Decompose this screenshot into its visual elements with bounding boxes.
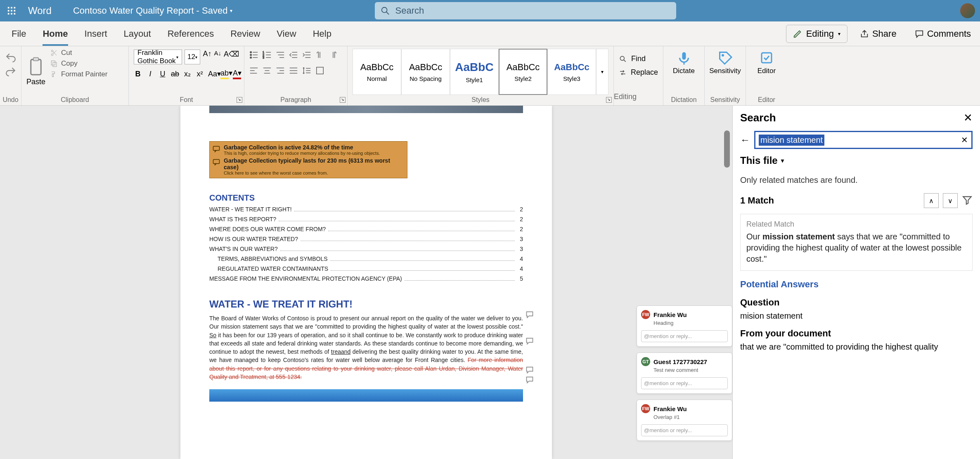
subscript-button[interactable]: x₂ [183,69,192,78]
toc-row[interactable]: WHAT IS THIS REPORT?2 [209,216,523,222]
editing-mode-button[interactable]: Editing ▾ [786,25,847,43]
comment-reply-input[interactable]: @mention or reply... [641,424,728,436]
clear-format-button[interactable]: A⌫ [224,50,239,64]
grow-font-button[interactable]: A↑ [203,50,211,64]
back-button[interactable]: ← [740,134,750,146]
font-dialog-launcher[interactable]: ↘ [237,97,242,103]
comment-text: Heading [653,320,728,326]
share-label: Share [872,28,897,39]
prev-match-button[interactable]: ∧ [924,193,939,208]
justify-button[interactable] [289,66,298,75]
underline-button[interactable]: U [159,70,167,78]
dictate-button[interactable]: Dictate Dictation [663,46,705,105]
font-size-select[interactable]: 12▾ [185,50,200,64]
outdent-button[interactable] [289,50,298,59]
ltr-button[interactable] [315,50,324,59]
tab-review[interactable]: Review [222,21,268,46]
font-name-select[interactable]: Franklin Gothic Book▾ [134,50,182,64]
cut-button[interactable]: Cut [50,49,107,57]
toc-label: MESSAGE FROM THE ENVIRONMENTAL PROTECTIO… [209,275,402,282]
search-input-value: mision statement [759,135,824,146]
global-search-box[interactable]: Search [375,2,676,19]
comment-card[interactable]: FWFrankie WuHeading@mention or reply... [637,305,732,347]
clear-input-button[interactable]: ✕ [961,135,968,145]
highlight-button[interactable]: ab▾ [220,69,229,79]
font-color-button[interactable]: A▾ [233,69,241,79]
tab-references[interactable]: References [159,21,223,46]
comment-author: Frankie Wu [653,311,687,318]
redo-icon[interactable] [5,66,16,77]
find-button[interactable]: Find [619,52,658,66]
format-painter-button[interactable]: Format Painter [50,70,107,78]
paragraph-dialog-launcher[interactable]: ↘ [340,97,346,103]
document-title[interactable]: Contoso Water Quality Report - Saved ▾ [73,5,232,16]
undo-icon[interactable] [5,52,16,63]
close-button[interactable]: ✕ [963,111,973,124]
bullets-button[interactable] [249,50,258,59]
share-button[interactable]: Share [854,25,902,43]
superscript-button[interactable]: x² [196,70,204,78]
app-launcher-button[interactable] [5,4,18,17]
align-center-button[interactable] [263,66,272,75]
italic-button[interactable]: I [146,70,154,78]
align-left-button[interactable] [249,66,258,75]
tab-insert[interactable]: Insert [76,21,116,46]
comment-reply-input[interactable]: @mention or reply... [641,330,728,342]
filter-button[interactable] [962,194,973,207]
multilevel-button[interactable] [276,50,285,59]
toc-row[interactable]: WATER - WE TREAT IT RIGHT!2 [209,206,523,213]
change-case-button[interactable]: Aa▾ [208,69,216,78]
search-scope-dropdown[interactable]: This file ▾ [740,155,973,166]
bold-button[interactable]: B [134,70,142,78]
toc-row[interactable]: WHAT'S IN OUR WATER?3 [209,246,523,252]
comment-card[interactable]: GTGuest 1727730227Test new comment@menti… [637,353,732,394]
tab-file[interactable]: File [3,21,34,46]
comment-marker[interactable] [526,310,534,320]
toc-row[interactable]: MESSAGE FROM THE ENVIRONMENTAL PROTECTIO… [209,275,523,282]
tab-home[interactable]: Home [34,21,76,46]
comments-button[interactable]: Comments [909,25,977,43]
next-match-button[interactable]: ∨ [943,193,958,208]
comment-marker[interactable] [526,376,534,386]
scrollbar-thumb[interactable] [724,130,730,168]
gc-row2-sub: Click here to see where the worst case c… [224,170,405,175]
tab-view[interactable]: View [268,21,304,46]
svg-rect-1 [11,7,12,9]
search-result-item[interactable]: Related Match Our mission statement says… [740,214,973,271]
numbering-button[interactable]: 123 [263,50,272,59]
comment-marker[interactable] [526,366,534,376]
style-normal[interactable]: AaBbCcNormal [353,49,401,95]
toc-row[interactable]: HOW IS OUR WATER TREATED?3 [209,236,523,242]
sensitivity-button[interactable]: Sensitivity Sensitivity [705,46,746,105]
user-avatar[interactable] [960,3,975,18]
editor-button[interactable]: Editor Editor [746,46,787,105]
tab-layout[interactable]: Layout [116,21,159,46]
copy-button[interactable]: Copy [50,59,107,68]
style-style3[interactable]: AaBbCcStyle3 [547,49,596,95]
toc-row[interactable]: WHERE DOES OUR WATER COME FROM?2 [209,226,523,232]
comment-marker[interactable] [526,337,534,347]
shrink-font-button[interactable]: A↓ [214,50,221,64]
style-style2[interactable]: AaBbCcStyle2 [499,49,547,95]
comment-reply-input[interactable]: @mention or reply... [641,377,728,389]
comment-card[interactable]: FWFrankie WuOverlap #1@mention or reply.… [637,400,732,441]
style-no-spacing[interactable]: AaBbCcNo Spacing [401,49,450,95]
indent-button[interactable] [302,50,311,59]
styles-gallery-more[interactable]: ▾ [596,49,608,95]
tab-help[interactable]: Help [305,21,340,46]
rtl-button[interactable] [329,50,338,59]
strike-button[interactable]: ab [171,70,179,78]
toc-row[interactable]: TERMS, ABBREVIATIONS and SYMBOLS4 [209,256,523,262]
toc-page: 4 [517,265,523,272]
line-spacing-button[interactable] [302,66,311,75]
styles-dialog-launcher[interactable]: ↘ [606,97,612,103]
document-canvas[interactable]: Garbage Collection is active 24.82% of t… [0,106,732,459]
style-style1[interactable]: AaBbCStyle1 [450,49,499,95]
toc-row[interactable]: REGULATATED WATER CONTAMINANTS4 [209,265,523,272]
scissors-icon [50,49,58,57]
paste-button[interactable]: Paste [26,49,45,94]
search-pane-input[interactable]: mision statement ✕ [754,131,973,149]
borders-button[interactable] [315,66,324,75]
align-right-button[interactable] [276,66,285,75]
replace-button[interactable]: Replace [619,66,658,79]
